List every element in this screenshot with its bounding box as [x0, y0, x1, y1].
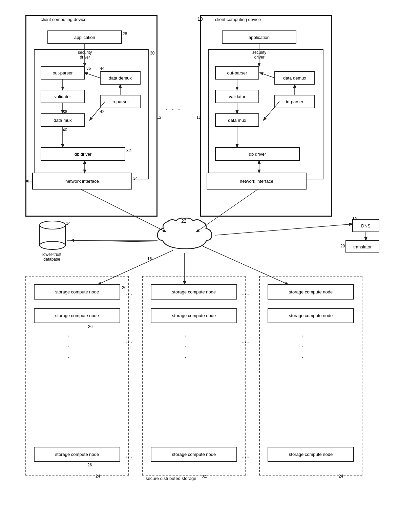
right-in-parser-label: in-parser: [286, 99, 303, 104]
svg-point-3: [40, 221, 65, 229]
ref-34: 34: [133, 176, 138, 181]
ref-38: 38: [63, 109, 67, 114]
left-data-demux-label: data demux: [109, 75, 132, 81]
right-client-device-label: client computing device: [215, 17, 261, 22]
ref-12a: 12: [157, 115, 161, 120]
ref-26b: 26: [88, 324, 92, 329]
diagram-container: client computing device application 28 s…: [0, 0, 420, 507]
right-application-label: application: [249, 35, 270, 40]
storage-horiz-dots-mid: ...: [125, 338, 133, 345]
horizontal-dots: . . .: [166, 105, 181, 112]
ref-18: 18: [352, 217, 357, 221]
mid-scn-1: storage compute node: [151, 284, 237, 300]
right-validator-box: validator: [215, 90, 259, 103]
left-scn-3-label: storage compute node: [55, 452, 99, 457]
right-data-mux-box: data mux: [215, 113, 259, 127]
left-validator-box: validator: [41, 90, 85, 103]
ref-40: 40: [63, 128, 67, 132]
lower-trust-db-label: lower-trust database: [33, 252, 70, 262]
ref-20: 20: [340, 244, 345, 248]
right-scn-3: storage compute node: [268, 447, 354, 462]
right-scn-1: storage compute node: [268, 284, 354, 300]
storage-horiz-dots-top2: ...: [242, 290, 250, 296]
right-out-parser-label: out-parser: [227, 70, 247, 75]
ref-26c: 26: [87, 463, 92, 467]
left-out-parser-label: out-parser: [52, 70, 72, 75]
left-in-parser-label: in-parser: [111, 99, 129, 104]
left-data-demux-box: data demux: [100, 71, 141, 85]
ref-36: 36: [86, 66, 91, 71]
right-in-parser-box: in-parser: [274, 95, 315, 108]
right-network-interface-label: network interface: [240, 179, 273, 184]
right-scn-3-label: storage compute node: [289, 452, 333, 457]
ref-28: 28: [123, 31, 127, 36]
storage-horiz-dots-mid2: ...: [242, 338, 250, 345]
ref-44: 44: [100, 66, 104, 71]
left-security-driver-label: security driver: [78, 50, 92, 60]
right-application-box: application: [222, 30, 296, 44]
left-application-label: application: [74, 35, 95, 40]
cylinder-database: [39, 220, 66, 250]
ref-42: 42: [100, 109, 104, 114]
left-out-parser-box: out-parser: [41, 66, 85, 80]
left-network-interface-box: network interface: [32, 173, 132, 190]
ref-24a: 24: [96, 474, 100, 479]
ref-14: 14: [66, 221, 70, 226]
left-db-driver-label: db driver: [75, 152, 92, 157]
ref-26a: 26: [122, 285, 126, 290]
svg-point-2: [40, 241, 65, 249]
left-scn-2: storage compute node: [34, 308, 120, 323]
right-network-interface-box: network interface: [207, 173, 307, 190]
svg-line-27: [215, 224, 352, 235]
left-in-parser-box: in-parser: [100, 95, 141, 108]
mid-scn-1-label: storage compute node: [172, 289, 216, 294]
right-data-mux-label: data mux: [228, 118, 246, 123]
right-data-demux-label: data demux: [283, 75, 306, 81]
ref-24b: 24: [202, 474, 207, 479]
storage-horiz-dots-bot2: ...: [242, 453, 250, 459]
storage-horiz-dots-bot: ...: [125, 453, 133, 459]
right-validator-label: validator: [229, 94, 245, 99]
right-db-driver-label: db driver: [249, 152, 266, 157]
right-security-driver-label: security driver: [252, 50, 266, 60]
translator-box: translator: [345, 240, 379, 253]
right-dots-1: ···: [301, 330, 303, 362]
left-data-mux-box: data mux: [41, 113, 85, 127]
left-db-driver-box: db driver: [41, 147, 125, 161]
mid-dots-1: ···: [185, 330, 187, 362]
mid-scn-2: storage compute node: [151, 308, 237, 323]
svg-line-23: [71, 240, 159, 242]
ref-24c: 24: [339, 474, 343, 479]
right-scn-2-label: storage compute node: [289, 313, 333, 318]
left-application-box: application: [47, 30, 122, 44]
left-network-interface-label: network interface: [65, 179, 99, 184]
secure-distributed-storage-label: secure distributed storage: [146, 476, 196, 481]
left-dots-1: ···: [68, 330, 70, 362]
mid-scn-2-label: storage compute node: [172, 313, 216, 318]
mid-scn-3: storage compute node: [151, 447, 237, 462]
right-scn-1-label: storage compute node: [289, 289, 333, 294]
mid-scn-3-label: storage compute node: [172, 452, 216, 457]
ref-12b: 12: [196, 115, 201, 120]
left-validator-label: validator: [54, 94, 71, 99]
right-scn-2: storage compute node: [268, 308, 354, 323]
left-scn-2-label: storage compute node: [55, 313, 99, 318]
right-data-demux-box: data demux: [274, 71, 315, 85]
middle-storage-group: [142, 276, 246, 476]
translator-label: translator: [353, 244, 372, 249]
left-scn-1-label: storage compute node: [55, 289, 99, 294]
ref-22: 22: [181, 218, 187, 224]
ref-10: 10: [197, 16, 203, 22]
right-storage-group: [259, 276, 362, 476]
left-scn-3: storage compute node: [34, 447, 120, 462]
right-out-parser-box: out-parser: [215, 66, 259, 80]
ref-16: 16: [147, 257, 152, 261]
left-scn-1: storage compute node: [34, 284, 120, 300]
ref-30: 30: [150, 51, 154, 56]
ref-32: 32: [126, 148, 131, 153]
left-data-mux-label: data mux: [54, 118, 71, 123]
left-client-device-label: client computing device: [41, 17, 86, 22]
right-db-driver-box: db driver: [215, 147, 300, 161]
storage-horiz-dots-top: ...: [125, 290, 133, 296]
dns-label: DNS: [361, 223, 370, 228]
